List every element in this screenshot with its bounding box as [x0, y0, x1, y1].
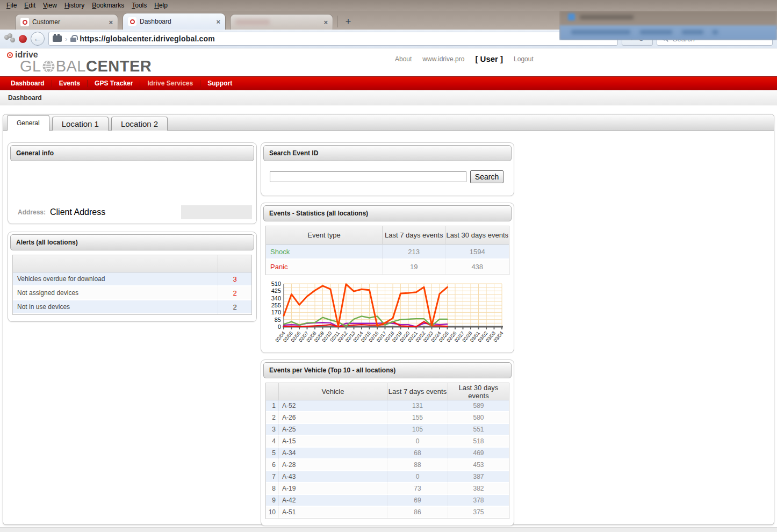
- tab-close-icon[interactable]: ×: [109, 19, 113, 26]
- menu-item-history[interactable]: History: [61, 1, 89, 10]
- vehicle-last30: 382: [448, 483, 509, 495]
- stats-last7: 19: [383, 260, 446, 275]
- logo-center: CENTER: [86, 60, 152, 73]
- tab-location-2[interactable]: Location 2: [111, 117, 168, 131]
- extension-paw-icon[interactable]: [4, 35, 15, 42]
- vehicle-name: A-43: [279, 471, 387, 483]
- tab-divider: [337, 16, 338, 27]
- vehicle-last7: 68: [387, 448, 448, 459]
- breadcrumb-bar: Dashboard: [0, 90, 777, 105]
- url-text[interactable]: https://globalcenter.idriveglobal.com: [80, 34, 215, 43]
- back-arrow-icon: ←: [33, 34, 42, 44]
- menu-item-view[interactable]: View: [40, 1, 61, 10]
- vehicle-rank: 1: [266, 400, 279, 412]
- idrive-ring-icon: [7, 52, 13, 58]
- vehicle-name: A-51: [279, 507, 387, 519]
- alert-row: Vehicles overdue for download3: [13, 272, 251, 286]
- nav-item-gps-tracker[interactable]: GPS Tracker: [88, 80, 140, 87]
- browser-menu-bar: FileEditViewHistoryBookmarksToolsHelp: [0, 0, 777, 11]
- svg-text:255: 255: [271, 302, 281, 308]
- browser-tab-dashboard[interactable]: Dashboard×: [123, 13, 226, 30]
- idrive-logo: idrive GL BAL CENTER: [7, 50, 152, 73]
- svg-text:510: 510: [271, 281, 281, 287]
- vehicle-last7: 131: [387, 400, 448, 412]
- address-label: Address:: [12, 209, 48, 216]
- vehicle-last7: 88: [387, 459, 448, 471]
- general-info-panel: General info Address: Client Address: [8, 142, 257, 224]
- svg-text:85: 85: [275, 317, 281, 323]
- vehicle-last30: 580: [448, 412, 509, 424]
- vehicle-rank: 2: [266, 412, 279, 424]
- chevron-separator-icon: ›: [65, 35, 67, 43]
- vehicle-rank: 8: [266, 483, 279, 495]
- nav-item-idrive-services[interactable]: Idrive Services: [140, 80, 200, 87]
- stats-col-header: Last 30 days events: [445, 226, 509, 245]
- browser-tab-strip: Customer×Dashboard×× +: [0, 11, 777, 30]
- header-links: About www.idrive.pro [ User ] Logout: [395, 54, 534, 63]
- record-indicator-icon[interactable]: [19, 35, 27, 43]
- page-bottom-strip: [0, 527, 777, 532]
- vehicle-name: A-52: [279, 400, 387, 412]
- events-per-vehicle-table: VehicleLast 7 days eventsLast 30 days ev…: [265, 383, 509, 519]
- new-tab-button[interactable]: +: [340, 15, 356, 28]
- nav-item-events[interactable]: Events: [52, 80, 88, 87]
- browser-tab-customer[interactable]: Customer×: [15, 14, 118, 30]
- menu-item-help[interactable]: Help: [151, 1, 172, 10]
- menu-item-edit[interactable]: Edit: [21, 1, 40, 10]
- logout-link[interactable]: Logout: [514, 55, 534, 63]
- vehicle-row: 5A-3468469: [266, 448, 509, 459]
- vehicle-row: 3A-25105551: [266, 424, 509, 436]
- vehicle-rank: 9: [266, 495, 279, 507]
- site-identity-icon[interactable]: [53, 35, 62, 42]
- nav-item-dashboard[interactable]: Dashboard: [4, 80, 52, 87]
- vehicle-name: A-26: [279, 412, 387, 424]
- about-link[interactable]: About: [395, 55, 412, 63]
- alert-value: 2: [218, 286, 251, 300]
- back-button[interactable]: ←: [31, 32, 45, 46]
- tab-label: Customer: [32, 18, 60, 26]
- stats-col-header: Event type: [266, 226, 383, 245]
- svg-text:170: 170: [271, 309, 281, 315]
- vehicle-row: 4A-150518: [266, 436, 509, 448]
- menu-item-tools[interactable]: Tools: [128, 1, 151, 10]
- address-value[interactable]: Client Address: [48, 205, 181, 219]
- svg-text:340: 340: [271, 295, 281, 301]
- tab-location-1[interactable]: Location 1: [52, 117, 109, 131]
- browser-tab-blurred[interactable]: ×: [230, 14, 333, 30]
- tab-general[interactable]: General: [7, 115, 49, 131]
- tab-close-icon[interactable]: ×: [323, 19, 328, 26]
- address-bar[interactable]: › https://globalcenter.idriveglobal.com: [48, 32, 618, 46]
- vehicle-last7: 105: [387, 424, 448, 436]
- vehicle-last7: 69: [387, 495, 448, 507]
- nav-item-support[interactable]: Support: [200, 80, 239, 87]
- svg-text:425: 425: [271, 287, 281, 294]
- tab-bar: Customer×Dashboard××: [0, 13, 337, 30]
- alerts-panel: Alerts (all locations) Vehicles overdue …: [8, 232, 257, 322]
- event-search-button[interactable]: Search: [470, 170, 503, 183]
- tab-close-icon[interactable]: ×: [216, 18, 220, 25]
- main-nav-bar: DashboardEventsGPS TrackerIdrive Service…: [0, 76, 777, 90]
- vehicle-name: A-34: [279, 448, 387, 459]
- vehicle-rank: 4: [266, 436, 279, 448]
- idrive-pro-link[interactable]: www.idrive.pro: [422, 55, 464, 63]
- vehicle-last30: 518: [448, 436, 509, 448]
- vehicle-last7: 0: [387, 436, 448, 448]
- vehicle-row: 2A-26155580: [266, 412, 509, 424]
- svg-text:0: 0: [278, 323, 281, 330]
- menu-item-bookmarks[interactable]: Bookmarks: [89, 1, 128, 10]
- vehicle-last30: 375: [448, 507, 509, 519]
- menu-item-file[interactable]: File: [3, 1, 21, 10]
- vehicle-name: A-19: [279, 483, 387, 495]
- alert-label: Vehicles overdue for download: [13, 272, 218, 286]
- https-lock-icon: [70, 38, 76, 42]
- vehicle-header-row: VehicleLast 7 days eventsLast 30 days ev…: [266, 383, 509, 400]
- general-info-title: General info: [10, 145, 254, 161]
- vehicle-table-body: 1A-521315892A-261555803A-251055514A-1505…: [266, 400, 509, 519]
- vehicle-last7: 0: [387, 471, 448, 483]
- breadcrumb: Dashboard: [8, 94, 42, 102]
- event-id-input[interactable]: [270, 171, 466, 182]
- user-label[interactable]: [ User ]: [475, 54, 503, 63]
- vehicle-last30: 551: [448, 424, 509, 436]
- vehicle-col-header: Vehicle: [279, 383, 387, 400]
- address-row: Address: Client Address: [12, 205, 252, 219]
